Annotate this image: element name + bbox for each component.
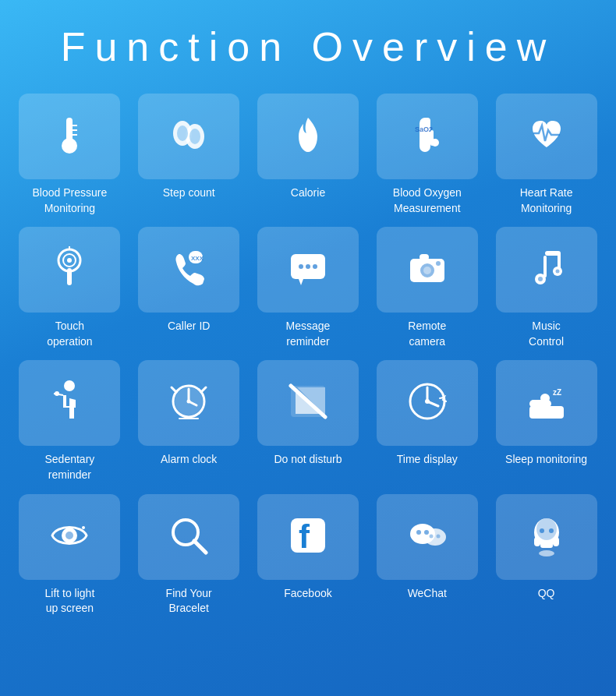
- svg-point-76: [549, 528, 554, 533]
- svg-point-29: [423, 267, 431, 274]
- feature-label-qq: QQ: [538, 586, 555, 602]
- blood-pressure-icon: [46, 111, 93, 161]
- svg-point-36: [538, 277, 543, 281]
- feature-label-touch: Touchoperation: [47, 319, 92, 349]
- feature-label-do-not-disturb: Do not disturb: [274, 452, 342, 468]
- feature-item-do-not-disturb: Do not disturb: [254, 360, 363, 482]
- icon-box-time-display: [377, 360, 478, 446]
- icon-box-remote-camera: [377, 227, 478, 313]
- icon-box-lift-screen: [19, 494, 120, 580]
- svg-point-69: [416, 530, 421, 535]
- feature-item-blood-pressure: Blood PressureMonitoring: [16, 94, 124, 216]
- feature-label-lift-screen: Lift to lightup screen: [44, 586, 94, 617]
- icon-box-blood-pressure: [19, 94, 120, 179]
- svg-line-64: [194, 541, 206, 553]
- svg-point-62: [82, 526, 85, 529]
- feature-item-sedentary: Sedentaryreminder: [16, 360, 124, 482]
- icon-box-blood-oxygen: SaO2: [377, 94, 478, 179]
- feature-item-alarm: Alarm clock: [135, 360, 243, 482]
- svg-point-8: [177, 125, 188, 141]
- qq-icon: [523, 512, 570, 562]
- icon-box-caller-id: XXX: [138, 227, 239, 313]
- feature-item-touch: Touchoperation: [16, 227, 124, 349]
- caller-id-icon: XXX: [165, 245, 212, 295]
- feature-label-find-bracelet: Find YourBracelet: [166, 586, 212, 617]
- feature-item-blood-oxygen: SaO2Blood OxygenMeasurement: [373, 94, 481, 216]
- wechat-icon: [404, 512, 451, 562]
- icon-box-find-bracelet: [138, 494, 239, 580]
- svg-text:XXX: XXX: [191, 255, 204, 262]
- feature-label-caller-id: Caller ID: [168, 319, 210, 334]
- feature-label-message: Messagereminder: [286, 319, 331, 349]
- svg-rect-11: [424, 118, 430, 125]
- sedentary-icon: [46, 378, 93, 428]
- find-bracelet-icon: [165, 512, 212, 562]
- calorie-icon: [285, 111, 331, 161]
- feature-item-wechat: WeChat: [373, 494, 481, 617]
- svg-rect-18: [67, 268, 72, 285]
- svg-marker-26: [299, 279, 303, 285]
- touch-icon: [46, 245, 93, 295]
- svg-point-38: [555, 270, 559, 274]
- remote-camera-icon: [404, 245, 451, 295]
- feature-label-music-control: MusicControl: [529, 319, 564, 349]
- svg-point-17: [67, 258, 72, 263]
- feature-label-time-display: Time display: [397, 452, 458, 468]
- svg-rect-30: [420, 254, 429, 260]
- feature-item-remote-camera: Remotecamera: [373, 227, 481, 349]
- svg-rect-33: [543, 256, 547, 277]
- feature-item-lift-screen: Lift to lightup screen: [16, 494, 124, 617]
- icon-box-music-control: [496, 227, 597, 313]
- icon-box-qq: [496, 494, 597, 580]
- heart-rate-icon: [523, 111, 570, 161]
- feature-label-wechat: WeChat: [408, 586, 447, 602]
- icon-box-heart-rate: [496, 94, 597, 179]
- lift-screen-icon: [46, 512, 93, 562]
- svg-point-1: [62, 138, 77, 154]
- feature-label-blood-oxygen: Blood OxygenMeasurement: [393, 185, 462, 216]
- feature-label-alarm: Alarm clock: [161, 452, 217, 468]
- feature-item-time-display: Time display: [373, 360, 481, 482]
- svg-point-75: [540, 528, 544, 533]
- message-icon: [285, 245, 331, 295]
- feature-label-sleep: Sleep monitoring: [505, 452, 587, 468]
- icon-box-sedentary: [19, 360, 120, 446]
- svg-rect-14: [430, 130, 434, 146]
- svg-point-70: [424, 530, 429, 535]
- svg-point-39: [64, 380, 75, 391]
- icon-box-alarm: [138, 360, 239, 446]
- svg-rect-77: [540, 543, 553, 548]
- feature-item-caller-id: XXXCaller ID: [135, 227, 243, 349]
- feature-item-calorie: Calorie: [254, 94, 363, 216]
- feature-label-remote-camera: Remotecamera: [408, 319, 446, 349]
- page-title: Function Overview: [61, 23, 556, 70]
- feature-item-heart-rate: Heart RateMonitoring: [492, 94, 600, 216]
- time-display-icon: [404, 378, 451, 428]
- sleep-icon: zZ: [523, 378, 570, 428]
- svg-point-9: [189, 129, 200, 144]
- svg-point-71: [429, 534, 433, 538]
- feature-label-calorie: Calorie: [291, 185, 325, 201]
- svg-point-25: [313, 264, 317, 269]
- svg-point-55: [425, 399, 430, 404]
- svg-line-48: [201, 387, 206, 392]
- feature-item-qq: QQ: [492, 494, 600, 617]
- svg-text:zZ: zZ: [553, 388, 561, 397]
- feature-item-music-control: MusicControl: [492, 227, 600, 349]
- icon-box-message: [257, 227, 359, 313]
- icon-box-sleep: zZ: [496, 360, 597, 446]
- svg-rect-79: [553, 537, 559, 546]
- feature-item-step-count: Step count: [135, 94, 243, 216]
- features-grid: Blood PressureMonitoringStep countCalori…: [16, 94, 600, 617]
- svg-line-47: [172, 387, 176, 392]
- svg-point-74: [536, 518, 557, 540]
- music-control-icon: [523, 245, 570, 295]
- svg-rect-2: [68, 119, 71, 140]
- icon-box-touch: [19, 227, 120, 313]
- svg-point-46: [187, 400, 191, 404]
- facebook-icon: f: [285, 512, 331, 562]
- feature-item-message: Messagereminder: [254, 227, 363, 349]
- blood-oxygen-icon: SaO2: [404, 111, 451, 161]
- svg-point-24: [306, 264, 310, 269]
- icon-box-facebook: f: [257, 494, 359, 580]
